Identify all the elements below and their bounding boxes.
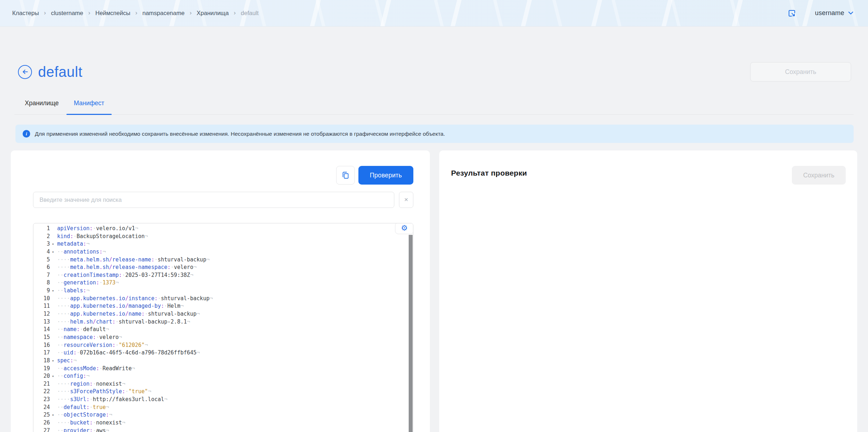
- fold-arrow-icon[interactable]: ▾: [50, 372, 56, 380]
- editor-scrollbar[interactable]: [409, 235, 413, 432]
- page-header: default Сохранить: [18, 62, 851, 82]
- code-line: 13····helm.sh/chart:·shturval-backup-2.8…: [33, 318, 413, 326]
- token-key: helm: [86, 256, 99, 263]
- fold-spacer: [50, 256, 56, 264]
- fold-spacer: [50, 404, 56, 412]
- line-number: 1: [33, 225, 50, 233]
- code-line: 23····s3Url:·http://fakes3url.local¬: [33, 396, 413, 404]
- code-line: 26····bucket:·nonexist¬: [33, 419, 413, 427]
- line-number: 15: [33, 334, 50, 342]
- fold-arrow-icon[interactable]: ▾: [50, 240, 56, 248]
- fold-spacer: [50, 334, 56, 342]
- code-text: ··labels:¬: [56, 287, 89, 295]
- token-punc: :: [83, 373, 86, 379]
- breadcrumb-item-1[interactable]: clustername: [51, 10, 83, 17]
- fold-spacer: [50, 264, 56, 271]
- line-number: 8: [33, 279, 50, 287]
- search-input[interactable]: [33, 192, 394, 208]
- fold-arrow-icon[interactable]: ▾: [50, 411, 56, 419]
- token-ws: ·: [164, 303, 167, 309]
- save-button-top[interactable]: Сохранить: [750, 62, 851, 82]
- settings-button[interactable]: ⚙: [395, 223, 413, 234]
- token-key: default: [64, 404, 86, 410]
- token-key: managed-by: [129, 303, 161, 309]
- code-text: ··config:¬: [56, 372, 89, 380]
- token-punc: .: [80, 311, 83, 317]
- open-external-icon[interactable]: [788, 9, 796, 18]
- token-punc: :: [70, 357, 73, 364]
- fold-spacer: [50, 349, 56, 357]
- token-eol: ¬: [187, 319, 190, 325]
- fold-arrow-icon[interactable]: ▾: [50, 248, 56, 256]
- token-punc: :: [154, 295, 158, 302]
- code-lines: 1apiVersion:·velero.io/v1¬2kind:·BackupS…: [33, 223, 413, 432]
- code-line: 20▾··config:¬: [33, 372, 413, 380]
- fold-arrow-icon[interactable]: ▾: [50, 357, 56, 365]
- token-key: generation: [64, 279, 96, 286]
- token-key: meta: [70, 256, 83, 263]
- code-text: ····app.kubernetes.io/managed-by:·Helm¬: [56, 302, 184, 310]
- clear-search-button[interactable]: ×: [399, 192, 413, 208]
- fold-spacer: [50, 233, 56, 241]
- token-punc: :: [89, 419, 93, 426]
- fold-spacer: [50, 419, 56, 427]
- breadcrumb-item-0[interactable]: Кластеры: [12, 10, 39, 17]
- save-button-result[interactable]: Сохранить: [792, 166, 846, 185]
- token-key: apiVersion: [57, 225, 89, 232]
- top-bar: Кластеры›clustername›Неймспейсы›namspace…: [0, 0, 868, 27]
- breadcrumb-item-4[interactable]: Хранилища: [197, 10, 229, 17]
- token-punc: .: [83, 264, 86, 270]
- code-line: 9▾··labels:¬: [33, 287, 413, 295]
- copy-button[interactable]: [336, 166, 355, 185]
- token-key: instance: [129, 295, 154, 302]
- token-eol: ¬: [86, 287, 89, 294]
- token-punc: .: [116, 303, 119, 309]
- back-button[interactable]: [18, 65, 32, 79]
- line-number: 3: [33, 240, 50, 248]
- code-text: ··namespace:·velero¬: [56, 334, 122, 342]
- line-number: 12: [33, 310, 50, 318]
- token-lit: 1373: [102, 279, 115, 286]
- breadcrumb-separator-icon: ›: [190, 10, 192, 17]
- code-line: 6····meta.helm.sh/release-namespace:·vel…: [33, 264, 413, 271]
- code-editor[interactable]: ⚙ 1apiVersion:·velero.io/v1¬2kind:·Backu…: [33, 223, 413, 432]
- code-text: metadata:¬: [56, 240, 89, 248]
- code-line: 16··resourceVersion:·"612026"¬: [33, 342, 413, 349]
- token-key: s3Url: [70, 396, 86, 403]
- token-key: sh: [86, 319, 93, 325]
- token-ws: ·: [158, 295, 161, 302]
- token-eol: ¬: [122, 419, 125, 426]
- code-text: spec:¬: [56, 357, 76, 365]
- fold-spacer: [50, 271, 56, 279]
- fold-arrow-icon[interactable]: ▾: [50, 287, 56, 295]
- token-val: velero: [174, 264, 193, 270]
- token-val: 2025-03-27T14:59:38Z: [125, 272, 190, 278]
- user-menu[interactable]: username: [813, 9, 855, 17]
- token-key: io: [119, 295, 125, 302]
- token-key: namespace: [64, 334, 93, 340]
- token-key: io: [119, 311, 125, 317]
- token-val: velero.io/v1: [96, 225, 135, 232]
- code-text: ··accessMode:·ReadWrite¬: [56, 365, 135, 373]
- token-ws: ·: [89, 396, 93, 403]
- tab-manifest[interactable]: Манифест: [66, 94, 112, 114]
- gear-icon: ⚙: [401, 224, 408, 232]
- code-text: ····s3ForcePathStyle:·"true"¬: [56, 388, 151, 396]
- token-punc: .: [83, 256, 86, 263]
- code-text: ····s3Url:·http://fakes3url.local¬: [56, 396, 167, 404]
- breadcrumb-item-2[interactable]: Неймспейсы: [95, 10, 130, 17]
- code-line: 11····app.kubernetes.io/managed-by:·Helm…: [33, 302, 413, 310]
- breadcrumb-item-3[interactable]: namspacename: [142, 10, 184, 17]
- token-val: shturval-backup: [161, 295, 209, 302]
- code-line: 17··uid:·072b16ac-46f5-4c6d-a796-78d26ff…: [33, 349, 413, 357]
- token-key: name: [129, 311, 141, 317]
- token-ws: ··: [57, 279, 64, 286]
- check-button[interactable]: Проверить: [358, 166, 413, 185]
- token-key: spec: [57, 357, 70, 364]
- token-punc: :: [70, 233, 73, 240]
- token-punc: :: [89, 427, 93, 432]
- code-text: ··objectStorage:¬: [56, 411, 112, 419]
- code-line: 18▾spec:¬: [33, 357, 413, 365]
- token-punc: :: [76, 326, 80, 333]
- tab-storage[interactable]: Хранилище: [17, 94, 66, 114]
